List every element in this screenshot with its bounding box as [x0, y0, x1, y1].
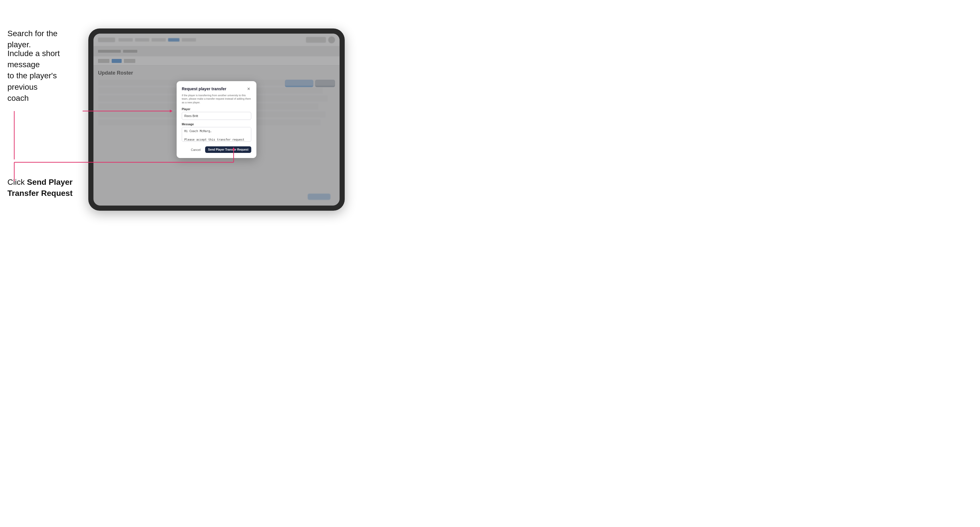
modal-actions: Cancel Send Player Transfer Request	[182, 146, 251, 153]
annotation-click: Click Send PlayerTransfer Request	[7, 176, 73, 199]
tablet-screen: Update Roster Request player transfer ✕	[94, 33, 340, 206]
modal-description: If the player is transferring from anoth…	[182, 94, 251, 105]
modal-header: Request player transfer ✕	[182, 86, 251, 91]
modal-title: Request player transfer	[182, 87, 226, 91]
message-textarea[interactable]: Hi Coach McHarg, Please accept this tran…	[182, 127, 251, 142]
message-label: Message	[182, 123, 251, 126]
send-transfer-request-button[interactable]: Send Player Transfer Request	[205, 146, 251, 153]
cancel-button[interactable]: Cancel	[189, 147, 203, 152]
annotation-click-prefix: Click	[7, 178, 27, 186]
annotation-search: Search for the player.	[7, 28, 81, 50]
annotation-message: Include a short messageto the player's p…	[7, 48, 84, 104]
annotation-message-text: Include a short messageto the player's p…	[7, 49, 60, 103]
annotation-search-text: Search for the player.	[7, 29, 57, 49]
player-label: Player	[182, 108, 251, 111]
modal-close-button[interactable]: ✕	[246, 86, 251, 91]
request-transfer-modal: Request player transfer ✕ If the player …	[177, 81, 256, 158]
modal-overlay: Request player transfer ✕ If the player …	[94, 33, 340, 206]
tablet-frame: Update Roster Request player transfer ✕	[88, 29, 345, 211]
player-input[interactable]	[182, 112, 251, 120]
